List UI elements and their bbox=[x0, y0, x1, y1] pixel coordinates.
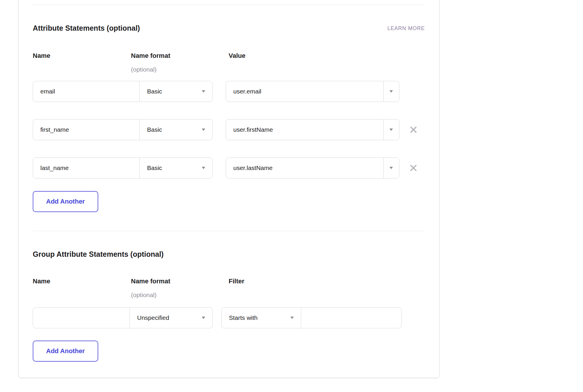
close-icon bbox=[409, 125, 418, 134]
value-combobox-group bbox=[226, 81, 399, 102]
column-header-name: Name bbox=[33, 277, 50, 285]
attribute-name-input[interactable] bbox=[33, 81, 139, 102]
chevron-down-icon bbox=[202, 167, 205, 169]
attribute-row: Basic bbox=[33, 157, 425, 178]
saml-settings-page: Attribute Statements (optional) LEARN MO… bbox=[0, 0, 583, 392]
column-header-filter: Filter bbox=[229, 277, 244, 285]
chevron-down-icon bbox=[389, 167, 393, 169]
section-divider-top bbox=[33, 5, 425, 5]
value-dropdown-toggle[interactable] bbox=[383, 81, 399, 102]
value-dropdown-toggle[interactable] bbox=[383, 158, 399, 178]
name-and-format-group: Basic bbox=[33, 119, 213, 140]
attribute-name-input[interactable] bbox=[33, 158, 139, 178]
value-dropdown-toggle[interactable] bbox=[383, 119, 399, 140]
add-another-group-attribute-button[interactable]: Add Another bbox=[33, 341, 98, 362]
column-header-name: Name bbox=[33, 52, 50, 60]
chevron-down-icon bbox=[290, 317, 294, 319]
name-format-select[interactable]: Basic bbox=[139, 119, 212, 140]
value-combobox-group bbox=[226, 157, 399, 178]
chevron-down-icon bbox=[389, 129, 393, 131]
name-format-selected-value: Unspecified bbox=[137, 314, 169, 321]
attribute-statements-title: Attribute Statements (optional) bbox=[33, 24, 140, 32]
section-divider-middle bbox=[33, 231, 425, 231]
add-another-attribute-button[interactable]: Add Another bbox=[33, 191, 98, 212]
chevron-down-icon bbox=[389, 90, 393, 93]
filter-type-select[interactable]: Starts with bbox=[222, 308, 301, 328]
filter-type-selected-value: Starts with bbox=[229, 314, 258, 321]
name-format-selected-value: Basic bbox=[147, 164, 162, 171]
group-name-format-select[interactable]: Unspecified bbox=[130, 308, 212, 328]
name-and-format-group: Unspecified bbox=[33, 307, 213, 328]
attribute-name-input[interactable] bbox=[33, 119, 139, 140]
chevron-down-icon bbox=[202, 90, 205, 93]
remove-row-button[interactable] bbox=[408, 162, 419, 174]
name-format-selected-value: Basic bbox=[147, 88, 162, 95]
column-header-value: Value bbox=[229, 52, 245, 60]
name-format-selected-value: Basic bbox=[147, 126, 162, 133]
filter-group: Starts with bbox=[221, 307, 402, 328]
column-header-name-format: Name format bbox=[131, 52, 170, 60]
learn-more-link[interactable]: LEARN MORE bbox=[387, 25, 425, 32]
column-header-name-format: Name format bbox=[131, 277, 170, 285]
value-combobox-group bbox=[226, 119, 399, 140]
group-attribute-row: Unspecified Starts with bbox=[33, 307, 425, 328]
group-attribute-name-input[interactable] bbox=[33, 308, 130, 328]
settings-card-content: Attribute Statements (optional) LEARN MO… bbox=[0, 0, 583, 392]
name-format-optional-hint: (optional) bbox=[131, 66, 157, 73]
chevron-down-icon bbox=[202, 317, 205, 319]
attribute-row: Basic bbox=[33, 119, 425, 140]
group-attribute-statements-title: Group Attribute Statements (optional) bbox=[33, 250, 164, 259]
attribute-value-input[interactable] bbox=[226, 158, 383, 178]
filter-value-input[interactable] bbox=[301, 308, 401, 328]
chevron-down-icon bbox=[202, 129, 205, 131]
name-format-optional-hint: (optional) bbox=[131, 292, 157, 299]
name-format-select[interactable]: Basic bbox=[139, 158, 212, 178]
name-and-format-group: Basic bbox=[33, 157, 213, 178]
name-format-select[interactable]: Basic bbox=[139, 81, 212, 102]
close-icon bbox=[409, 164, 418, 172]
remove-row-button[interactable] bbox=[408, 124, 419, 136]
attribute-row: Basic bbox=[33, 81, 425, 102]
name-and-format-group: Basic bbox=[33, 81, 213, 102]
attribute-value-input[interactable] bbox=[226, 119, 383, 140]
attribute-value-input[interactable] bbox=[226, 81, 383, 102]
